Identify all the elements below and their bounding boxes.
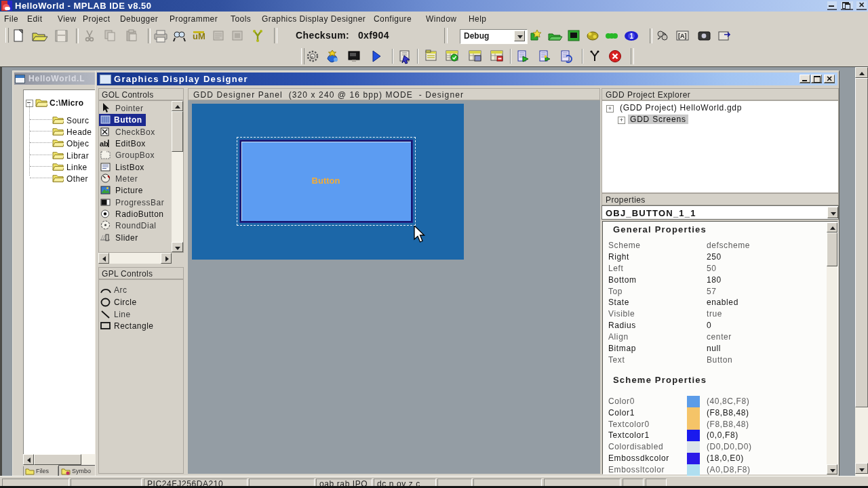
svg-text:e: e xyxy=(311,54,314,60)
svg-text:ab: ab xyxy=(100,140,108,148)
svg-text:1: 1 xyxy=(630,33,634,40)
svg-text:[A]: [A] xyxy=(678,33,687,39)
